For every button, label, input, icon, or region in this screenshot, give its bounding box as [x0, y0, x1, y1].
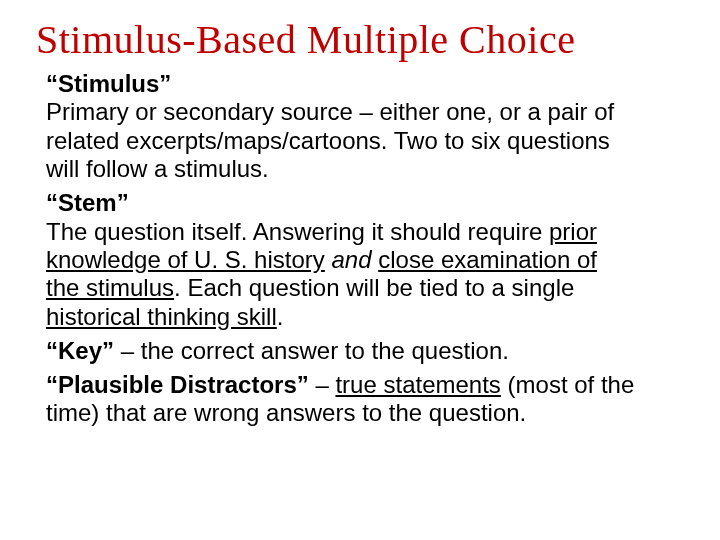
stem-l4a: .: [277, 303, 284, 330]
key-term: “Key”: [46, 337, 114, 364]
stem-l2u2: close examination of: [378, 246, 597, 273]
stem-l2and: and: [331, 246, 371, 273]
stem-l3u: the stimulus: [46, 274, 174, 301]
stem-term: “Stem”: [46, 189, 129, 216]
stimulus-line2: related excerpts/maps/cartoons. Two to s…: [46, 127, 610, 154]
pd-c: time) that are wrong answers to the ques…: [46, 399, 526, 426]
stem-l3a: . Each question will be tied to a single: [174, 274, 574, 301]
slide-title: Stimulus-Based Multiple Choice: [36, 18, 690, 62]
slide-body: “Stimulus” Primary or secondary source –…: [36, 70, 690, 428]
stem-l4u: historical thinking skill: [46, 303, 277, 330]
key-block: “Key” – the correct answer to the questi…: [46, 337, 690, 365]
stem-block: “Stem” The question itself. Answering it…: [46, 189, 690, 331]
key-rest: – the correct answer to the question.: [114, 337, 509, 364]
plausible-distractors-block: “Plausible Distractors” – true statement…: [46, 371, 690, 428]
pd-b: (most of the: [501, 371, 634, 398]
pd-a: –: [309, 371, 336, 398]
stem-l1u: prior: [549, 218, 597, 245]
stimulus-block: “Stimulus” Primary or secondary source –…: [46, 70, 690, 183]
stimulus-line3: will follow a stimulus.: [46, 155, 269, 182]
pd-term: “Plausible Distractors”: [46, 371, 309, 398]
stem-l1: The question itself. Answering it should…: [46, 218, 549, 245]
stem-l2u: knowledge of U. S. history: [46, 246, 325, 273]
stimulus-line1: Primary or secondary source – either one…: [46, 98, 614, 125]
slide: Stimulus-Based Multiple Choice “Stimulus…: [0, 0, 720, 540]
stimulus-term: “Stimulus”: [46, 70, 171, 97]
pd-u: true statements: [335, 371, 500, 398]
